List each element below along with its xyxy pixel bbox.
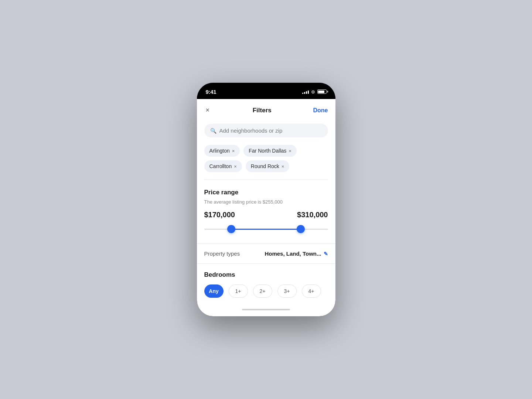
slider-thumb-min[interactable] <box>227 225 235 233</box>
search-input[interactable] <box>219 127 322 134</box>
property-types-row[interactable]: Property types Homes, Land, Town... ✎ <box>197 243 335 264</box>
bedrooms-section: Bedrooms Any 1+ 2+ 3+ 4+ <box>197 264 335 305</box>
tag-remove-carrollton[interactable]: × <box>234 164 237 169</box>
divider-1 <box>204 180 328 180</box>
bedroom-btn-3plus[interactable]: 3+ <box>277 284 297 298</box>
bedroom-btn-any[interactable]: Any <box>204 284 224 298</box>
page-title: Filters <box>253 107 272 114</box>
bedroom-btn-2plus-label: 2+ <box>260 288 266 294</box>
tag-far-north-dallas[interactable]: Far North Dallas × <box>243 145 297 157</box>
bedroom-btn-1plus[interactable]: 1+ <box>229 284 248 298</box>
bedroom-btn-2plus[interactable]: 2+ <box>253 284 272 298</box>
tag-remove-round-rock[interactable]: × <box>282 164 284 169</box>
max-price-label: $310,000 <box>297 211 328 219</box>
bedroom-btn-any-label: Any <box>209 288 218 294</box>
bedrooms-title: Bedrooms <box>204 271 328 279</box>
tag-label-round-rock: Round Rock <box>251 163 279 169</box>
status-icons: ⊛ <box>302 89 327 95</box>
tag-label-far-north-dallas: Far North Dallas <box>249 148 286 154</box>
tag-remove-far-north-dallas[interactable]: × <box>289 149 291 153</box>
search-container: 🔍 <box>197 121 335 143</box>
filters-header: × Filters Done <box>197 99 335 121</box>
property-types-text: Homes, Land, Town... <box>265 250 321 257</box>
bedroom-options: Any 1+ 2+ 3+ 4+ <box>204 284 328 298</box>
phone-content: × Filters Done 🔍 Arlington × Far North D… <box>197 99 335 316</box>
tag-carrollton[interactable]: Carrollton × <box>204 160 242 172</box>
status-bar: 9:41 ⊛ <box>197 83 335 99</box>
property-types-value[interactable]: Homes, Land, Town... ✎ <box>265 250 328 257</box>
bedroom-btn-3plus-label: 3+ <box>284 288 290 294</box>
price-range-subtitle: The average listing price is $255,000 <box>204 199 328 205</box>
tag-remove-arlington[interactable]: × <box>232 149 235 153</box>
slider-track <box>204 229 328 230</box>
price-slider[interactable] <box>204 224 328 235</box>
price-range-section: Price range The average listing price is… <box>197 181 335 243</box>
battery-icon <box>317 89 327 94</box>
tag-arlington[interactable]: Arlington × <box>204 145 240 157</box>
status-time: 9:41 <box>206 89 216 95</box>
bedroom-btn-4plus[interactable]: 4+ <box>302 284 321 298</box>
slider-fill <box>231 229 301 230</box>
price-range-title: Price range <box>204 189 328 196</box>
bedroom-btn-4plus-label: 4+ <box>308 288 314 294</box>
tag-round-rock[interactable]: Round Rock × <box>246 160 290 172</box>
signal-icon <box>302 89 309 94</box>
bottom-indicator <box>197 305 335 316</box>
search-box[interactable]: 🔍 <box>204 124 328 137</box>
edit-icon: ✎ <box>324 251 328 257</box>
tag-label-carrollton: Carrollton <box>209 163 232 169</box>
bedroom-btn-1plus-label: 1+ <box>235 288 241 294</box>
done-button[interactable]: Done <box>313 107 328 114</box>
price-labels: $170,000 $310,000 <box>204 211 328 219</box>
tags-container: Arlington × Far North Dallas × Carrollto… <box>197 143 335 178</box>
min-price-label: $170,000 <box>204 211 235 219</box>
search-icon: 🔍 <box>210 128 216 134</box>
property-types-label: Property types <box>204 250 240 257</box>
home-indicator <box>242 309 290 310</box>
tag-label-arlington: Arlington <box>209 148 230 154</box>
phone-frame: 9:41 ⊛ × Filters Done 🔍 <box>197 83 335 316</box>
close-button[interactable]: × <box>204 105 211 116</box>
slider-thumb-max[interactable] <box>297 225 305 233</box>
wifi-icon: ⊛ <box>311 89 315 95</box>
